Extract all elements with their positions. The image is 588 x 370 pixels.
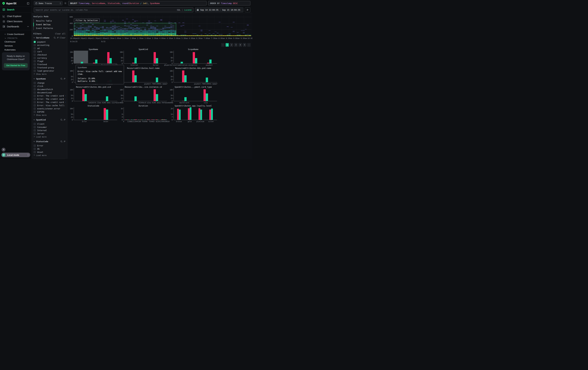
checkbox[interactable]	[34, 111, 36, 113]
clear-all-button[interactable]: Clear all	[55, 33, 65, 35]
analysis-mode-tab-event-deltas[interactable]: Event Deltas	[33, 23, 65, 26]
filter-option-server[interactable]: Server	[33, 132, 65, 135]
checkbox[interactable]	[34, 98, 36, 100]
pin-icon[interactable]	[63, 78, 65, 80]
get-started-button[interactable]: Get Started for Free	[4, 63, 28, 68]
outlier-bar[interactable]	[154, 89, 156, 101]
filter-option-error-the-credit-card-[interactable]: Error: The credit card (…	[33, 94, 65, 97]
outlier-bar[interactable]	[182, 70, 184, 82]
checkbox[interactable]	[34, 82, 36, 84]
outlier-bar[interactable]	[93, 63, 95, 63]
filter-clear-button[interactable]: Clear	[60, 37, 65, 39]
checkbox[interactable]	[34, 95, 36, 97]
checkbox[interactable]	[34, 129, 36, 131]
histogram-strip-bar[interactable]	[152, 119, 153, 120]
histogram-strip-bar[interactable]	[131, 119, 132, 120]
inlier-bar[interactable]	[81, 62, 83, 63]
checkbox[interactable]	[34, 85, 36, 87]
account-menu[interactable]: U Local mode	[1, 153, 30, 157]
filter-load-more-button[interactable]: Load more	[33, 154, 65, 157]
histogram-strip-bar[interactable]	[140, 120, 141, 120]
pagination-prev-button[interactable]: ‹	[221, 43, 224, 47]
filter-option-click[interactable]: click	[33, 84, 65, 88]
sidebar-item-search[interactable]: Search	[0, 7, 32, 13]
inlier-bar[interactable]	[195, 58, 197, 63]
histogram-strip-bar[interactable]	[161, 120, 162, 120]
filter-option-currency[interactable]: currency	[33, 56, 65, 60]
histogram-strip-bar[interactable]	[163, 119, 164, 120]
histogram-strip-bar[interactable]	[165, 120, 166, 120]
sidebar-item-dashboards[interactable]: Dashboards	[0, 24, 32, 29]
filter-option-accounting[interactable]: accounting	[33, 43, 65, 47]
histogram-strip-bar[interactable]	[162, 119, 163, 120]
histogram-strip-bar[interactable]	[157, 120, 157, 120]
histogram-strip-bar[interactable]	[125, 120, 126, 120]
histogram-strip-bar[interactable]	[146, 120, 146, 120]
checkbox[interactable]	[34, 126, 36, 128]
create-dashboard-button[interactable]: + Create Dashboard	[0, 32, 32, 36]
filter-show-more-button[interactable]: Show more	[33, 72, 65, 75]
inlier-bar[interactable]	[209, 60, 211, 63]
histogram-strip-bar[interactable]	[136, 119, 137, 120]
inlier-bar[interactable]	[135, 58, 137, 63]
filter-option-client[interactable]: Client	[33, 122, 65, 125]
checkbox[interactable]	[34, 60, 36, 62]
inlier-bar[interactable]	[84, 94, 87, 101]
checkbox[interactable]	[34, 101, 36, 103]
checkbox[interactable]	[34, 91, 36, 94]
search-icon[interactable]	[60, 140, 63, 142]
filter-by-selection-button[interactable]: Filter by Selection	[74, 19, 99, 22]
inlier-bar[interactable]	[106, 96, 108, 101]
inlier-bar[interactable]	[184, 97, 187, 101]
pagination-page-3[interactable]: 3	[234, 43, 238, 47]
filter-option-unset[interactable]: Unset	[33, 150, 65, 154]
inlier-bar[interactable]	[95, 60, 97, 63]
histogram-strip-bar[interactable]	[157, 120, 158, 120]
outlier-bar[interactable]	[107, 52, 109, 63]
inlier-bar[interactable]	[211, 109, 213, 120]
checkbox[interactable]	[34, 88, 36, 90]
histogram-strip-bar[interactable]	[154, 120, 154, 120]
histogram-strip-bar[interactable]	[156, 119, 156, 120]
pagination-page-4[interactable]: 4	[239, 43, 242, 47]
histogram-strip-bar[interactable]	[136, 119, 136, 120]
checkbox[interactable]	[34, 148, 36, 150]
histogram-strip-bar[interactable]	[153, 120, 154, 120]
checkbox[interactable]	[34, 57, 36, 59]
filter-option-documentload[interactable]: documentLoad	[33, 91, 65, 94]
more-filters-button[interactable]: More filters	[33, 159, 65, 159]
outlier-bar[interactable]	[209, 110, 211, 120]
inlier-bar[interactable]	[206, 78, 208, 82]
checkbox[interactable]	[34, 63, 36, 65]
search-icon[interactable]	[60, 78, 63, 80]
inlier-bar[interactable]	[106, 110, 108, 120]
filter-option-error-the-credit-card-[interactable]: Error: The credit card (…	[33, 100, 65, 104]
checkbox[interactable]	[34, 108, 36, 110]
search-icon[interactable]	[54, 37, 56, 39]
date-range-picker[interactable]: Sep 14 22:04:35 - Sep 15 10:04:35	[195, 7, 243, 12]
search-icon[interactable]	[60, 119, 63, 121]
histogram-strip-bar[interactable]	[166, 120, 166, 120]
filter-group-toggle[interactable]: SpanName	[33, 78, 59, 80]
histogram-strip-bar[interactable]	[147, 119, 147, 120]
sidebar-collapse-icon[interactable]	[27, 2, 29, 5]
filter-show-more-button[interactable]: Show more	[33, 113, 65, 116]
filter-option-cart[interactable]: cart	[33, 50, 65, 53]
filter-option-error-the-credit-card-[interactable]: Error: The credit card (…	[33, 97, 65, 100]
sidebar-item-clickhouse[interactable]: ClickHouse	[0, 40, 32, 44]
inlier-bar[interactable]	[109, 58, 112, 63]
checkbox[interactable]	[34, 41, 36, 43]
checkbox[interactable]	[34, 47, 36, 49]
heatmap-selection-box[interactable]	[74, 23, 176, 34]
inlier-bar[interactable]	[156, 78, 158, 82]
help-button[interactable]: ?	[2, 148, 5, 151]
histogram-strip-bar[interactable]	[149, 119, 149, 120]
outlier-bar[interactable]	[177, 109, 179, 120]
filter-option-error-visa-cache-full-[interactable]: Error: Visa cache full: …	[33, 104, 65, 107]
outlier-bar[interactable]	[154, 52, 156, 63]
outlier-bar[interactable]	[188, 108, 190, 120]
inlier-bar[interactable]	[200, 110, 202, 120]
analysis-mode-tab-results-table[interactable]: Results Table	[33, 19, 65, 23]
pin-icon[interactable]	[63, 119, 65, 121]
pagination-page-2[interactable]: 2	[230, 43, 233, 47]
